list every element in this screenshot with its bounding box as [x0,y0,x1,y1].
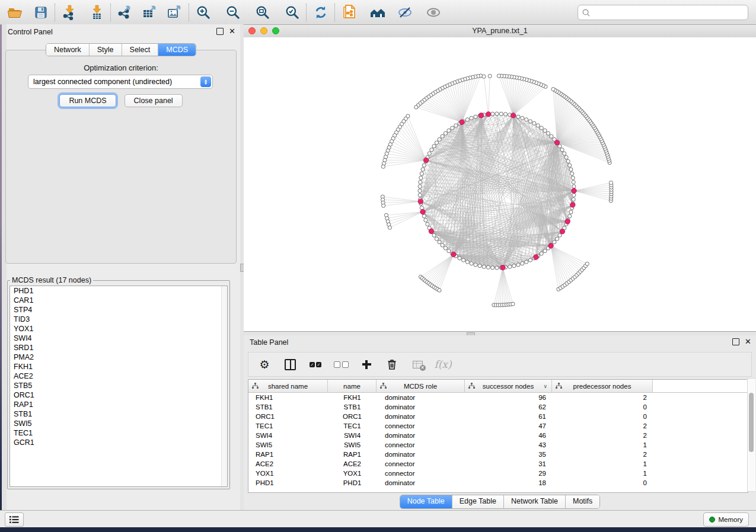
tab-motifs[interactable]: Motifs [566,495,599,508]
export-image-button[interactable] [165,2,185,23]
table-row[interactable]: STB1STB1dominator620 [248,402,748,412]
network-canvas[interactable] [244,37,756,331]
export-network-button[interactable] [115,2,135,23]
mcds-result-item[interactable]: FKH1 [10,362,227,371]
cell-successor-nodes: 29 [465,469,552,478]
delete-table-button[interactable]: ✕ [410,357,425,372]
float-table-panel-button[interactable] [732,338,739,345]
tab-mcds[interactable]: MCDS [158,44,196,56]
mcds-result-item[interactable]: TID3 [10,315,227,324]
table-row[interactable]: PHD1PHD1dominator180 [248,478,748,488]
column-header-name[interactable]: name [328,380,377,392]
refresh-layout-button[interactable] [311,2,331,23]
cell-shared-name: PHD1 [248,478,328,488]
column-header-predecessor-nodes[interactable]: predecessor nodes [552,380,653,392]
show-glyphs-button[interactable] [423,2,444,23]
cell-mcds-role: connector [377,421,465,431]
column-header-successor-nodes[interactable]: successor nodes ∨ [465,380,552,392]
close-table-panel-button[interactable]: ✕ [745,339,751,345]
table-row[interactable]: YOX1YOX1connector291 [248,469,748,478]
mcds-result-item[interactable]: SRD1 [10,343,227,352]
cell-name: YOX1 [328,469,377,478]
import-network-button[interactable] [59,2,79,23]
column-header-shared-name[interactable]: shared name [248,380,328,392]
table-panel: Table Panel ✕ ⚙ ✓✓ [244,335,756,511]
run-mcds-button[interactable]: Run MCDS [59,94,116,107]
network-window-titlebar[interactable]: YPA_prune.txt_1 [244,25,756,38]
cell-predecessor-nodes: 0 [552,478,653,488]
table-row[interactable]: ACE2ACE2connector311 [248,459,748,469]
mcds-result-item[interactable]: PHD1 [10,286,227,296]
zoom-out-button[interactable] [223,2,243,23]
cell-name: TEC1 [328,421,377,431]
network-list-button[interactable] [5,512,24,527]
eye-icon [425,5,442,20]
column-settings-button[interactable]: ⚙ [257,357,272,372]
export-image-icon [167,5,183,20]
table-scrollbar[interactable] [747,378,755,492]
tab-network[interactable]: Network [46,44,90,56]
function-builder-button[interactable]: f(x) [435,357,451,372]
tab-edge-table[interactable]: Edge Table [452,495,504,508]
mcds-result-item[interactable]: GCR1 [10,438,227,447]
add-column-button[interactable] [359,357,374,372]
memory-button[interactable]: Memory [703,512,749,527]
import-table-button[interactable] [87,2,107,23]
mcds-result-list[interactable]: PHD1CAR1STP4TID3YOX1SWI4SRD1PMA2FKH1ACE2… [9,286,228,487]
mcds-result-item[interactable]: PMA2 [10,352,227,362]
tab-style[interactable]: Style [90,44,122,56]
close-panel-button-mcds[interactable]: Close panel [125,94,183,107]
table-scrollbar-thumb[interactable] [749,393,754,452]
table-row[interactable]: RAP1RAP1dominator352 [248,450,748,459]
zoom-in-button[interactable] [193,2,213,23]
search-input[interactable] [591,7,748,18]
trash-icon [387,358,397,370]
mcds-result-item[interactable]: CAR1 [10,296,227,305]
table-row[interactable]: TEC1TEC1connector472 [248,421,748,431]
mcds-result-item[interactable]: TEC1 [10,428,227,438]
cell-shared-name: ACE2 [248,459,328,469]
node-table: shared name name MCDS role successor nod… [248,379,748,493]
select-stepper-icon: ▲▼ [200,76,211,87]
tab-network-table[interactable]: Network Table [504,495,566,508]
mcds-result-item[interactable]: SWI4 [10,334,227,343]
delete-column-button[interactable] [384,357,400,372]
mcds-result-item[interactable]: SWI5 [10,419,227,428]
tab-node-table[interactable]: Node Table [400,495,452,508]
open-file-button[interactable] [5,2,25,23]
select-all-button[interactable]: ✓✓ [308,357,323,372]
export-table-button[interactable] [140,2,160,23]
deselect-all-button[interactable] [333,357,349,372]
cell-predecessor-nodes: 0 [552,412,653,421]
search-icon [582,8,591,17]
home-pages-button[interactable] [368,2,388,23]
mcds-result-item[interactable]: ORC1 [10,390,227,400]
mcds-result-item[interactable]: STB5 [10,381,227,390]
table-row[interactable]: SWI5SWI5connector431 [248,440,748,450]
column-header-mcds-role[interactable]: MCDS role [377,380,465,392]
show-column-panel-button[interactable] [282,357,298,372]
zoom-selected-button[interactable] [282,2,302,23]
close-panel-button[interactable]: ✕ [229,28,235,34]
network-document-button[interactable] [339,2,359,23]
mcds-result-item[interactable]: YOX1 [10,324,227,334]
mcds-result-item[interactable]: STB1 [10,409,227,419]
table-row[interactable]: FKH1FKH1dominator962 [248,393,748,402]
cell-successor-nodes: 18 [465,478,552,488]
memory-label: Memory [718,516,743,523]
zoom-fit-icon [255,5,270,20]
hide-glyphs-button[interactable] [395,2,415,23]
zoom-fit-button[interactable] [253,2,273,23]
table-row[interactable]: ORC1ORC1dominator610 [248,412,748,421]
mcds-result-item[interactable]: RAP1 [10,400,227,409]
mcds-result-item[interactable]: ACE2 [10,371,227,381]
optimization-select[interactable]: largest connected component (undirected)… [28,75,213,89]
network-graph[interactable] [244,37,756,331]
float-panel-button[interactable] [216,28,224,35]
search-field[interactable] [578,5,748,20]
table-row[interactable]: SWI4SWI4dominator462 [248,431,748,440]
tab-select[interactable]: Select [122,44,159,56]
mcds-result-item[interactable]: STP4 [10,305,227,315]
save-session-button[interactable] [31,2,51,23]
mcds-list-scrollbar[interactable] [221,286,227,486]
